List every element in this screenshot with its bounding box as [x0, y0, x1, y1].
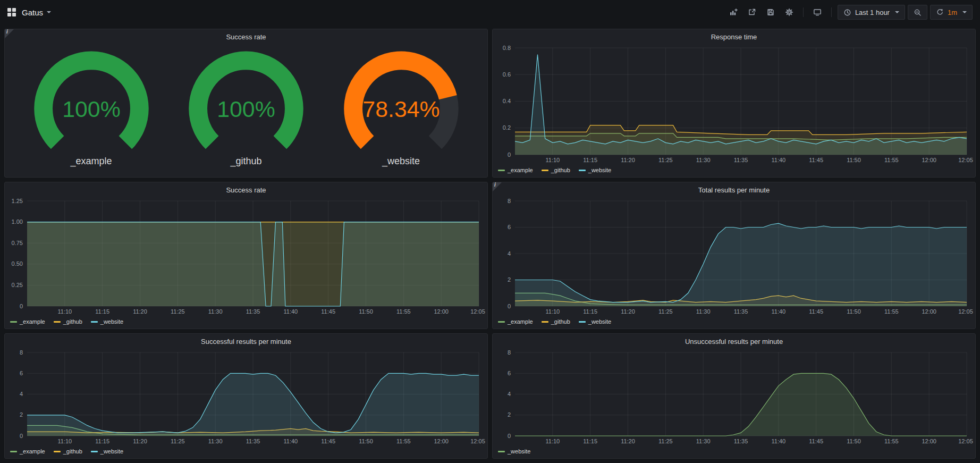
- svg-text:11:25: 11:25: [658, 438, 673, 444]
- legend-item-github[interactable]: _github: [54, 448, 82, 454]
- svg-text:11:35: 11:35: [734, 308, 748, 315]
- success-rate-chart[interactable]: 00.250.500.751.001.2511:1011:1511:2011:2…: [5, 196, 487, 317]
- zoom-out-button[interactable]: [908, 5, 927, 20]
- share-dashboard-button[interactable]: [744, 5, 760, 20]
- legend-item-github[interactable]: _github: [542, 167, 570, 173]
- svg-text:11:35: 11:35: [246, 308, 260, 315]
- panel-title[interactable]: Success rate: [5, 29, 487, 43]
- legend-item-example[interactable]: _example: [498, 318, 533, 325]
- svg-text:12:05: 12:05: [958, 157, 973, 163]
- svg-text:11:10: 11:10: [57, 308, 72, 315]
- caret-down-icon: [47, 11, 51, 13]
- svg-text:11:25: 11:25: [171, 438, 185, 444]
- svg-text:12:00: 12:00: [922, 308, 936, 315]
- svg-text:11:20: 11:20: [133, 308, 147, 315]
- svg-text:11:15: 11:15: [583, 438, 597, 444]
- svg-text:11:40: 11:40: [283, 438, 298, 444]
- svg-text:100%: 100%: [62, 97, 121, 122]
- legend-item-example[interactable]: _example: [10, 318, 45, 325]
- success-rate-plot: 00.250.500.751.001.2511:1011:1511:2011:2…: [5, 196, 487, 317]
- svg-text:11:25: 11:25: [171, 308, 185, 315]
- svg-text:11:20: 11:20: [621, 308, 635, 315]
- dashboard-title[interactable]: Gatus: [22, 8, 43, 17]
- legend-label: _website: [588, 167, 611, 173]
- unsuccessful-results-chart[interactable]: 0246811:1011:1511:2011:2511:3011:3511:40…: [493, 347, 975, 447]
- legend-swatch: [498, 451, 505, 452]
- svg-text:11:55: 11:55: [884, 438, 899, 444]
- panel-success-rate-gauges: Success rate 100%_example100%_github78.3…: [4, 29, 488, 178]
- response-time-plot: 00.20.40.60.811:1011:1511:2011:2511:3011…: [493, 43, 975, 165]
- legend-item-website[interactable]: _website: [579, 318, 611, 325]
- panel-title[interactable]: Success rate: [5, 182, 487, 196]
- svg-text:0.4: 0.4: [503, 98, 511, 104]
- divider: [803, 7, 804, 17]
- successful-results-chart[interactable]: 0246811:1011:1511:2011:2511:3011:3511:40…: [5, 347, 487, 447]
- legend-item-website[interactable]: _website: [498, 448, 530, 454]
- legend-label: _example: [20, 318, 45, 325]
- panel-title[interactable]: Response time: [493, 29, 975, 43]
- legend-swatch: [10, 451, 17, 452]
- add-panel-button[interactable]: [725, 5, 741, 20]
- svg-text:12:05: 12:05: [470, 308, 485, 315]
- legend-item-github[interactable]: _github: [54, 318, 82, 325]
- panel-info-icon[interactable]: [5, 29, 14, 38]
- refresh-picker[interactable]: 1m: [930, 5, 973, 20]
- svg-text:4: 4: [20, 391, 23, 397]
- legend-item-github[interactable]: _github: [542, 318, 570, 325]
- svg-text:11:30: 11:30: [696, 308, 711, 315]
- panel-total-results: Total results per minute 0246811:1011:15…: [492, 182, 976, 329]
- legend-swatch: [542, 321, 548, 323]
- svg-text:11:25: 11:25: [658, 157, 673, 163]
- cycle-view-mode-button[interactable]: [809, 5, 825, 20]
- success-rate-gauges: 100%_example100%_github78.34%_website: [5, 43, 487, 177]
- legend-swatch: [54, 321, 61, 323]
- svg-text:11:55: 11:55: [884, 308, 899, 315]
- panel-title[interactable]: Unsuccessful results per minute: [493, 334, 975, 347]
- svg-text:11:30: 11:30: [696, 157, 711, 163]
- total-results-chart[interactable]: 0246811:1011:1511:2011:2511:3011:3511:40…: [493, 196, 975, 317]
- svg-text:11:30: 11:30: [208, 308, 223, 315]
- legend: _example_github_website: [493, 165, 975, 177]
- panel-title[interactable]: Total results per minute: [493, 182, 975, 196]
- svg-text:0: 0: [508, 303, 511, 309]
- dashboard-settings-button[interactable]: [781, 5, 797, 20]
- svg-text:0.25: 0.25: [12, 282, 23, 288]
- svg-text:11:15: 11:15: [95, 308, 109, 315]
- legend-item-example[interactable]: _example: [10, 448, 45, 454]
- legend: _website: [493, 447, 975, 458]
- svg-text:0: 0: [508, 151, 511, 158]
- legend-swatch: [579, 170, 586, 171]
- svg-text:0.2: 0.2: [503, 124, 511, 131]
- dashboard-grid: Success rate 100%_example100%_github78.3…: [0, 24, 980, 463]
- successful-results-plot: 0246811:1011:1511:2011:2511:3011:3511:40…: [5, 347, 487, 447]
- add-panel-icon: [729, 8, 738, 16]
- panel-info-icon[interactable]: [493, 182, 502, 191]
- gauge-arc: 100%: [172, 49, 320, 155]
- navbar: Gatus: [0, 0, 980, 24]
- svg-text:1.25: 1.25: [12, 198, 23, 204]
- apps-grid-icon[interactable]: [7, 8, 16, 16]
- svg-text:0: 0: [20, 303, 23, 309]
- save-dashboard-button[interactable]: [763, 5, 779, 20]
- time-range-picker[interactable]: Last 1 hour: [838, 5, 905, 20]
- panel-title[interactable]: Successful results per minute: [5, 334, 487, 347]
- svg-text:11:45: 11:45: [321, 308, 335, 315]
- response-time-chart[interactable]: 00.20.40.60.811:1011:1511:2011:2511:3011…: [493, 43, 975, 165]
- legend-swatch: [579, 321, 586, 323]
- legend-item-example[interactable]: _example: [498, 167, 533, 173]
- svg-text:11:55: 11:55: [884, 157, 899, 163]
- legend-swatch: [542, 170, 548, 171]
- legend-label: _github: [63, 448, 82, 454]
- svg-text:0.8: 0.8: [503, 45, 511, 51]
- panel-successful-results: Successful results per minute 0246811:10…: [4, 333, 488, 459]
- legend-item-website[interactable]: _website: [91, 448, 123, 454]
- svg-text:78.34%: 78.34%: [362, 97, 440, 122]
- svg-text:11:10: 11:10: [57, 438, 72, 444]
- legend-item-website[interactable]: _website: [91, 318, 123, 325]
- legend-item-website[interactable]: _website: [579, 167, 611, 173]
- svg-text:11:35: 11:35: [734, 438, 748, 444]
- legend-label: _website: [100, 318, 123, 325]
- svg-text:11:50: 11:50: [847, 438, 861, 444]
- svg-text:11:20: 11:20: [621, 438, 635, 444]
- time-range-label: Last 1 hour: [855, 9, 890, 16]
